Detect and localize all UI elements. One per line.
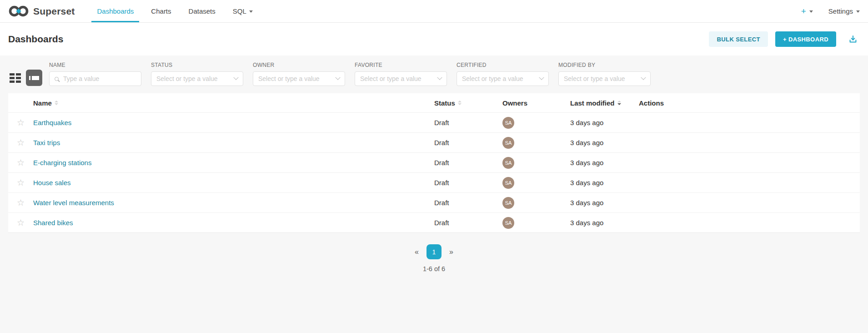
column-header-label: Status bbox=[434, 99, 455, 107]
table-row: ☆ Shared bikes Draft SA 3 days ago bbox=[8, 212, 860, 232]
bulk-select-button[interactable]: BULK SELECT bbox=[709, 31, 768, 47]
filter-select-box[interactable]: Select or type a value bbox=[151, 71, 243, 86]
chevron-down-icon bbox=[539, 75, 544, 80]
list-view-toggle[interactable] bbox=[26, 70, 42, 86]
owner-avatar[interactable]: SA bbox=[502, 217, 514, 229]
favorite-star-icon[interactable]: ☆ bbox=[17, 138, 25, 147]
dashboard-name-link[interactable]: Earthquakes bbox=[33, 119, 71, 126]
pagination-summary: 1-6 of 6 bbox=[8, 265, 860, 272]
filter-label: NAME bbox=[49, 62, 141, 68]
nav-item-sql[interactable]: SQL bbox=[232, 0, 254, 22]
filter-text-input[interactable] bbox=[62, 75, 136, 83]
superset-logo[interactable]: Superset bbox=[8, 0, 75, 22]
column-header-owners: Owners bbox=[502, 99, 570, 107]
status-cell: Draft bbox=[434, 159, 502, 166]
top-nav: Superset DashboardsChartsDatasetsSQL + S… bbox=[0, 0, 868, 23]
column-header-label: Name bbox=[33, 99, 52, 107]
owner-avatar[interactable]: SA bbox=[502, 137, 514, 149]
nav-item-label: Datasets bbox=[189, 7, 216, 15]
new-dashboard-button[interactable]: + DASHBOARD bbox=[775, 31, 836, 47]
pagination: « 1 » bbox=[8, 244, 860, 259]
nav-item-charts[interactable]: Charts bbox=[150, 0, 172, 22]
column-header-last-modified[interactable]: Last modified bbox=[570, 99, 639, 107]
chevron-down-icon bbox=[641, 75, 646, 80]
favorite-star-icon[interactable]: ☆ bbox=[17, 158, 25, 167]
owner-avatar[interactable]: SA bbox=[502, 177, 514, 189]
filter-label: STATUS bbox=[151, 62, 243, 68]
filter-select-placeholder: Select or type a value bbox=[564, 75, 638, 82]
filter-label: CERTIFIED bbox=[457, 62, 549, 68]
filter-bar: NAME STATUS Select or type a value OWNER… bbox=[8, 60, 860, 93]
column-header-name[interactable]: Name bbox=[33, 99, 434, 107]
nav-item-datasets[interactable]: Datasets bbox=[188, 0, 216, 22]
filter-favorite: FAVORITE Select or type a value bbox=[355, 62, 447, 86]
last-modified-cell: 3 days ago bbox=[570, 139, 639, 146]
page-1-button[interactable]: 1 bbox=[426, 244, 442, 259]
top-nav-right: + Settings bbox=[801, 0, 860, 22]
favorite-star-icon[interactable]: ☆ bbox=[17, 118, 25, 127]
settings-menu[interactable]: Settings bbox=[828, 7, 860, 15]
dashboard-name-link[interactable]: Taxi trips bbox=[33, 139, 60, 146]
dashboard-name-link[interactable]: E-charging stations bbox=[33, 159, 91, 166]
filter-select-placeholder: Select or type a value bbox=[360, 75, 434, 82]
owner-avatar[interactable]: SA bbox=[502, 157, 514, 169]
status-cell: Draft bbox=[434, 219, 502, 227]
status-cell: Draft bbox=[434, 199, 502, 207]
chevron-down-icon bbox=[233, 75, 238, 80]
chevron-down-icon bbox=[437, 75, 442, 80]
caret-down-icon bbox=[809, 10, 813, 13]
last-modified-cell: 3 days ago bbox=[570, 199, 639, 207]
dashboards-table: NameStatusOwnersLast modifiedActions ☆ E… bbox=[8, 93, 860, 233]
last-modified-cell: 3 days ago bbox=[570, 219, 639, 227]
filter-select-box[interactable]: Select or type a value bbox=[355, 71, 447, 86]
favorite-star-icon[interactable]: ☆ bbox=[17, 198, 25, 207]
last-modified-cell: 3 days ago bbox=[570, 179, 639, 187]
column-header-status[interactable]: Status bbox=[434, 99, 502, 107]
brand-name: Superset bbox=[33, 6, 75, 17]
filter-select-placeholder: Select or type a value bbox=[156, 75, 231, 82]
filter-select-box[interactable]: Select or type a value bbox=[558, 71, 651, 86]
prev-page-button[interactable]: « bbox=[412, 247, 421, 257]
search-icon bbox=[55, 77, 59, 81]
last-modified-cell: 3 days ago bbox=[570, 159, 639, 166]
filter-modified-by: MODIFIED BY Select or type a value bbox=[558, 62, 651, 86]
filter-select-placeholder: Select or type a value bbox=[462, 75, 536, 82]
owner-avatar[interactable]: SA bbox=[502, 117, 514, 129]
table-row: ☆ Taxi trips Draft SA 3 days ago bbox=[8, 132, 860, 152]
column-header-label: Actions bbox=[639, 99, 664, 107]
import-dashboards-button[interactable] bbox=[846, 33, 860, 45]
nav-item-label: Charts bbox=[151, 7, 171, 15]
nav-item-label: Dashboards bbox=[97, 7, 134, 15]
table-row: ☆ Earthquakes Draft SA 3 days ago bbox=[8, 112, 860, 132]
chevron-down-icon bbox=[335, 75, 340, 80]
view-mode-toggles bbox=[8, 70, 42, 86]
nav-item-label: SQL bbox=[233, 7, 246, 15]
table-row: ☆ E-charging stations Draft SA 3 days ag… bbox=[8, 152, 860, 172]
filter-label: MODIFIED BY bbox=[558, 62, 651, 68]
new-item-menu[interactable]: + bbox=[801, 7, 813, 15]
nav-item-dashboards[interactable]: Dashboards bbox=[96, 0, 135, 22]
dashboard-name-link[interactable]: Water level measurements bbox=[33, 199, 114, 207]
sort-icon bbox=[55, 101, 58, 105]
card-view-toggle[interactable] bbox=[8, 70, 22, 86]
column-header-label: Last modified bbox=[570, 99, 615, 107]
table-body: ☆ Earthquakes Draft SA 3 days ago ☆ Taxi… bbox=[8, 112, 860, 232]
page-header-actions: BULK SELECT + DASHBOARD bbox=[709, 31, 860, 47]
dashboard-name-link[interactable]: House sales bbox=[33, 179, 71, 187]
filter-text-box[interactable] bbox=[49, 71, 141, 86]
filter-select-box[interactable]: Select or type a value bbox=[457, 71, 549, 86]
sort-icon bbox=[617, 101, 621, 105]
table-header-row: NameStatusOwnersLast modifiedActions bbox=[8, 93, 860, 112]
next-page-button[interactable]: » bbox=[447, 247, 456, 257]
nav-items: DashboardsChartsDatasetsSQL bbox=[88, 0, 261, 22]
grid-icon bbox=[10, 73, 21, 83]
owner-avatar[interactable]: SA bbox=[502, 197, 514, 209]
favorite-star-icon[interactable]: ☆ bbox=[17, 178, 25, 187]
table-row: ☆ House sales Draft SA 3 days ago bbox=[8, 172, 860, 192]
dashboard-name-link[interactable]: Shared bikes bbox=[33, 219, 73, 227]
last-modified-cell: 3 days ago bbox=[570, 119, 639, 126]
filter-label: FAVORITE bbox=[355, 62, 447, 68]
filter-select-box[interactable]: Select or type a value bbox=[253, 71, 345, 86]
favorite-star-icon[interactable]: ☆ bbox=[17, 218, 25, 227]
settings-label: Settings bbox=[828, 7, 853, 15]
